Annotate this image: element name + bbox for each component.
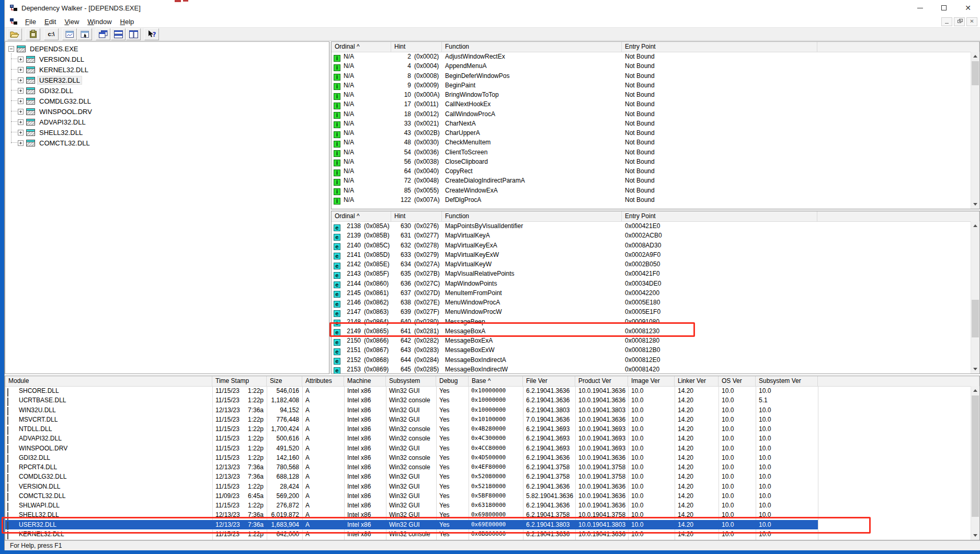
tile-horizontal-button[interactable] (111, 28, 126, 40)
tree-item-depends-exe[interactable]: DEPENDS.EXE (8, 44, 79, 53)
full-paths-button[interactable]: c:\ (44, 28, 59, 40)
menu-file[interactable]: File (21, 17, 40, 27)
module-row-shcore-dll[interactable]: SHCORE.DLL 11/15/23 1:22p 546,016 A Inte… (5, 386, 971, 395)
column-header-size[interactable]: Size (267, 376, 302, 386)
import-row[interactable]: i N/A 2 (0x0002) AdjustWindowRectEx Not … (332, 52, 971, 61)
module-row-version-dll[interactable]: VERSION.DLL 11/15/23 1:22p 28,424 A Inte… (5, 482, 971, 491)
modules-scrollbar[interactable] (971, 386, 979, 540)
export-row[interactable]: e 2138 (0x085A) 630 (0x0276) MapPointsBy… (332, 221, 971, 231)
module-row-rpcrt4-dll[interactable]: RPCRT4.DLL 12/13/23 7:36a 780,568 A Inte… (5, 462, 971, 472)
column-header-file-ver[interactable]: File Ver (523, 376, 575, 386)
menu-edit[interactable]: Edit (40, 17, 60, 27)
export-row[interactable]: e 2144 (0x0860) 636 (0x027C) MapWindowPo… (332, 279, 971, 288)
scroll-up-icon[interactable] (971, 386, 979, 395)
export-row[interactable]: e 2143 (0x085F) 635 (0x027B) MapVisualRe… (332, 269, 971, 278)
cascade-windows-button[interactable] (96, 28, 110, 40)
column-header-ordinal[interactable]: Ordinal ^ (332, 42, 391, 52)
export-row[interactable]: e 2153 (0x0869) 645 (0x0285) MessageBoxI… (332, 365, 971, 374)
tree-item-version-dll[interactable]: VERSION.DLL (18, 54, 86, 64)
tree-item-comdlg32-dll[interactable]: COMDLG32.DLL (18, 96, 93, 106)
import-row[interactable]: i N/A 56 (0x0038) CloseClipboard Not Bou… (332, 157, 971, 166)
export-row[interactable]: e 2142 (0x085E) 634 (0x027A) MapVirtualK… (332, 259, 971, 269)
minimize-button[interactable] (908, 0, 932, 16)
column-header-debug[interactable]: Debug (436, 376, 469, 386)
column-header-ordinal[interactable]: Ordinal ^ (332, 211, 391, 221)
column-header-hint[interactable]: Hint (391, 42, 442, 52)
title-bar[interactable]: Dependency Walker - [DEPENDS.EXE] ✕ (5, 0, 980, 16)
import-row[interactable]: i N/A 9 (0x0009) BeginPaint Not Bound (332, 81, 971, 90)
export-row[interactable]: e 2140 (0x085C) 632 (0x0278) MapVirtualK… (332, 241, 971, 250)
column-header-entrypoint[interactable]: Entry Point (622, 211, 817, 221)
copy-button[interactable] (26, 28, 40, 40)
import-row[interactable]: i N/A 54 (0x0036) ClientToScreen Not Bou… (332, 148, 971, 157)
mdi-restore-button[interactable] (954, 17, 965, 26)
column-header-machine[interactable]: Machine (344, 376, 386, 386)
module-row-kernel32-dll[interactable]: KERNEL32.DLL 11/15/23 1:22p 642,000 A In… (5, 529, 971, 539)
tree-item-user32-dll[interactable]: USER32.DLL (18, 75, 82, 85)
module-row-advapi32-dll[interactable]: ADVAPI32.DLL 11/15/23 1:22p 500,616 A In… (5, 434, 971, 443)
module-row-msvcrt-dll[interactable]: MSVCRT.DLL 11/15/23 1:22p 776,448 A Inte… (5, 415, 971, 424)
help-pointer-button[interactable]: ? (144, 28, 159, 40)
tree-expander-icon[interactable] (8, 46, 14, 52)
tree-expander-icon[interactable] (18, 56, 24, 62)
column-header-attributes[interactable]: Attributes (302, 376, 344, 386)
module-row-gdi32-dll[interactable]: GDI32.DLL 11/15/23 1:22p 142,160 A Intel… (5, 453, 971, 462)
module-row-comctl32-dll[interactable]: COMCTL32.DLL 11/09/23 6:45a 569,200 A In… (5, 491, 971, 501)
menu-view[interactable]: View (60, 17, 83, 27)
menu-window[interactable]: Window (83, 17, 116, 27)
tree-item-comctl32-dll[interactable]: COMCTL32.DLL (18, 138, 92, 148)
module-row-ucrtbase-dll[interactable]: UCRTBASE.DLL 11/15/23 1:22p 1,182,408 A … (5, 395, 971, 405)
mdi-close-button[interactable]: ✕ (966, 17, 977, 26)
import-row[interactable]: i N/A 48 (0x0030) CheckMenuItem Not Boun… (332, 138, 971, 147)
close-button[interactable]: ✕ (956, 0, 980, 16)
column-header-subsystem[interactable]: Subsystem (386, 376, 436, 386)
exports-scrollbar[interactable] (971, 221, 979, 374)
import-row[interactable]: i N/A 43 (0x002B) CharUpperA Not Bound (332, 128, 971, 138)
mdi-minimize-button[interactable] (941, 17, 952, 26)
maximize-button[interactable] (932, 0, 956, 16)
view-module-button[interactable] (62, 28, 77, 40)
tree-expander-icon[interactable] (18, 119, 24, 125)
module-row-user32-dll[interactable]: USER32.DLL 12/13/23 7:36a 1,683,904 A In… (5, 520, 971, 529)
export-row[interactable]: e 2139 (0x085B) 631 (0x0277) MapVirtualK… (332, 231, 971, 240)
column-header-timestamp[interactable]: Time Stamp (212, 376, 267, 386)
module-row-shell32-dll[interactable]: SHELL32.DLL 12/13/23 7:36a 6,019,872 A I… (5, 510, 971, 519)
module-row-winspool-drv[interactable]: WINSPOOL.DRV 11/15/23 1:22p 491,520 A In… (5, 444, 971, 453)
tree-expander-icon[interactable] (18, 109, 24, 115)
tree-item-winspool-drv[interactable]: WINSPOOL.DRV (18, 107, 94, 116)
scrollbar-thumb[interactable] (972, 61, 979, 85)
import-row[interactable]: i N/A 85 (0x0055) CreateWindowExA Not Bo… (332, 186, 971, 195)
export-row-highlighted[interactable]: e 2149 (0x0865) 641 (0x0281) MessageBoxA… (332, 326, 971, 336)
column-header-entrypoint[interactable]: Entry Point (622, 42, 817, 52)
export-row[interactable]: e 2145 (0x0861) 637 (0x027D) MenuItemFro… (332, 288, 971, 298)
import-row[interactable]: i N/A 33 (0x0021) CharNextA Not Bound (332, 119, 971, 128)
import-row[interactable]: i N/A 4 (0x0004) AppendMenuA Not Bound (332, 61, 971, 71)
export-row[interactable]: e 2151 (0x0867) 643 (0x0283) MessageBoxE… (332, 345, 971, 355)
export-row[interactable]: e 2147 (0x0863) 639 (0x027F) MenuWindowP… (332, 307, 971, 316)
tree-item-shell32-dll[interactable]: SHELL32.DLL (18, 128, 84, 137)
export-row[interactable]: e 2148 (0x0864) 640 (0x0280) MessageBeep… (332, 317, 971, 326)
module-row-ntdll-dll[interactable]: NTDLL.DLL 11/15/23 1:22p 1,700,424 A Int… (5, 424, 971, 434)
tile-vertical-button[interactable] (126, 28, 141, 40)
scrollbar-thumb[interactable] (972, 300, 979, 337)
tree-item-kernel32-dll[interactable]: KERNEL32.DLL (18, 65, 90, 74)
module-row-win32u-dll[interactable]: WIN32U.DLL 12/13/23 7:36a 94,152 A Intel… (5, 405, 971, 415)
column-header-os-ver[interactable]: OS Ver (719, 376, 756, 386)
tree-expander-icon[interactable] (18, 88, 24, 94)
import-row[interactable]: i N/A 8 (0x0008) BeginDeferWindowPos Not… (332, 71, 971, 81)
column-header-subsystem-ver[interactable]: Subsystem Ver (756, 376, 818, 386)
import-row[interactable]: i N/A 122 (0x007A) DefDlgProcA Not Bound (332, 195, 971, 205)
column-header-function[interactable]: Function (442, 42, 622, 52)
scroll-down-icon[interactable] (971, 200, 979, 209)
scroll-up-icon[interactable] (971, 221, 979, 230)
tree-item-gdi32-dll[interactable]: GDI32.DLL (18, 86, 75, 95)
import-row[interactable]: i N/A 18 (0x0012) CallWindowProcA Not Bo… (332, 109, 971, 119)
import-row[interactable]: i N/A 72 (0x0048) CreateDialogIndirectPa… (332, 176, 971, 185)
tree-expander-icon[interactable] (18, 77, 24, 83)
export-row[interactable]: e 2152 (0x0868) 644 (0x0284) MessageBoxI… (332, 355, 971, 365)
module-row-comdlg32-dll[interactable]: COMDLG32.DLL 12/13/23 7:36a 688,128 A In… (5, 472, 971, 481)
column-header-product-ver[interactable]: Product Ver (575, 376, 628, 386)
tree-item-advapi32-dll[interactable]: ADVAPI32.DLL (18, 117, 87, 127)
tree-expander-icon[interactable] (18, 140, 24, 146)
view-profile-button[interactable] (77, 28, 92, 40)
